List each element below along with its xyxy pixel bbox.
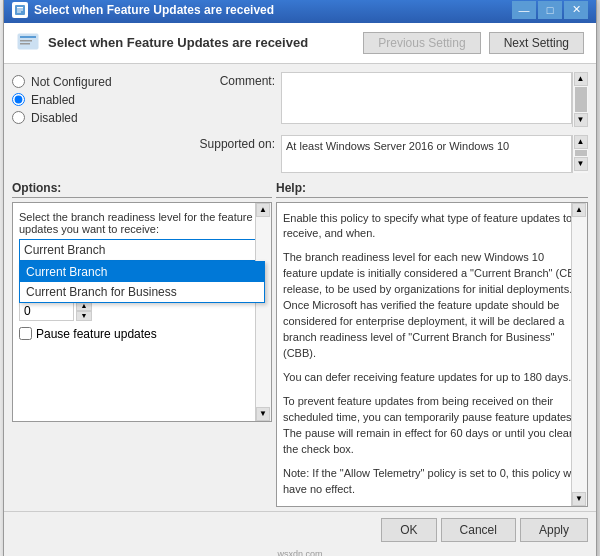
help-para-5: Note: If the "Allow Telemetry" policy is… — [283, 466, 581, 498]
defer-days-input[interactable] — [19, 301, 74, 321]
options-column: Options: Select the branch readiness lev… — [12, 181, 272, 507]
supported-scrollbar[interactable]: ▲ ▼ — [572, 135, 588, 173]
minimize-button[interactable]: — — [512, 1, 536, 19]
dropdown-item-cbb[interactable]: Current Branch for Business — [20, 282, 264, 302]
right-panel: Comment: ▲ ▼ Supported on: At least Wind… — [197, 72, 588, 173]
supported-row: Supported on: At least Windows Server 20… — [197, 135, 588, 173]
help-scroll-up[interactable]: ▲ — [572, 203, 586, 217]
main-window: Select when Feature Updates are received… — [3, 0, 597, 556]
comment-textarea[interactable] — [281, 72, 572, 124]
radio-panel: Not Configured Enabled Disabled — [12, 72, 197, 173]
cancel-button[interactable]: Cancel — [441, 518, 516, 542]
dialog-icon — [16, 31, 40, 55]
comment-label: Comment: — [197, 72, 275, 88]
bottom-bar: OK Cancel Apply — [4, 511, 596, 548]
help-para-4: To prevent feature updates from being re… — [283, 394, 581, 458]
radio-not-configured[interactable]: Not Configured — [12, 74, 197, 90]
help-para-2: The branch readiness level for each new … — [283, 250, 581, 362]
help-label: Help: — [276, 181, 588, 198]
branch-description: Select the branch readiness level for th… — [19, 211, 265, 235]
supported-content: At least Windows Server 2016 or Windows … — [281, 135, 588, 173]
help-scrollbar[interactable]: ▲ ▼ — [571, 203, 587, 506]
radio-disabled[interactable]: Disabled — [12, 110, 197, 126]
help-inner: Enable this policy to specify what type … — [276, 202, 588, 507]
maximize-button[interactable]: □ — [538, 1, 562, 19]
help-para-1: Enable this policy to specify what type … — [283, 211, 581, 243]
help-column: Help: Enable this policy to specify what… — [276, 181, 588, 507]
svg-rect-5 — [20, 36, 36, 38]
options-scrollbar[interactable]: ▲ ▼ — [255, 203, 271, 421]
comment-row: Comment: ▲ ▼ — [197, 72, 588, 127]
options-scroll-down[interactable]: ▼ — [256, 407, 270, 421]
window-title: Select when Feature Updates are received — [34, 3, 506, 17]
dropdown-container: Current Branch Current Branch for Busine… — [19, 239, 265, 261]
window-icon — [12, 2, 28, 18]
next-setting-button[interactable]: Next Setting — [489, 32, 584, 54]
top-content: Not Configured Enabled Disabled Comment: — [4, 64, 596, 181]
supported-label: Supported on: — [197, 135, 275, 151]
help-text: Enable this policy to specify what type … — [283, 211, 581, 498]
options-inner: Select the branch readiness level for th… — [12, 202, 272, 422]
radio-not-configured-input[interactable] — [12, 75, 25, 88]
radio-enabled-label: Enabled — [31, 93, 75, 107]
svg-rect-1 — [17, 7, 23, 9]
title-bar: Select when Feature Updates are received… — [4, 0, 596, 23]
window-controls: — □ ✕ — [512, 1, 588, 19]
options-scroll-track — [256, 217, 271, 407]
defer-days-input-row: ▲ ▼ — [19, 301, 265, 321]
svg-rect-6 — [20, 40, 32, 42]
svg-rect-2 — [17, 9, 23, 10]
scroll-down-arrow[interactable]: ▼ — [574, 113, 588, 127]
scroll-up-arrow2[interactable]: ▲ — [574, 135, 588, 149]
svg-rect-3 — [17, 11, 21, 12]
branch-dropdown[interactable]: Current Branch Current Branch for Busine… — [19, 239, 265, 261]
help-scroll-down[interactable]: ▼ — [572, 492, 586, 506]
radio-enabled-input[interactable] — [12, 93, 25, 106]
scroll-thumb — [575, 87, 587, 112]
close-button[interactable]: ✕ — [564, 1, 588, 19]
spinner-control: ▲ ▼ — [76, 301, 92, 321]
scroll-up-arrow[interactable]: ▲ — [574, 72, 588, 86]
dialog-header: Select when Feature Updates are received… — [4, 23, 596, 64]
pause-checkbox-row[interactable]: Pause feature updates — [19, 327, 265, 341]
radio-group: Not Configured Enabled Disabled — [12, 72, 197, 128]
spin-down-button[interactable]: ▼ — [76, 311, 92, 321]
scroll-thumb2 — [575, 150, 587, 156]
supported-text: At least Windows Server 2016 or Windows … — [281, 135, 572, 173]
radio-not-configured-label: Not Configured — [31, 75, 112, 89]
help-para-3: You can defer receiving feature updates … — [283, 370, 581, 386]
pause-label: Pause feature updates — [36, 327, 157, 341]
dialog-title: Select when Feature Updates are received — [48, 35, 308, 50]
options-scroll-up[interactable]: ▲ — [256, 203, 270, 217]
radio-enabled[interactable]: Enabled — [12, 92, 197, 108]
radio-disabled-label: Disabled — [31, 111, 78, 125]
radio-disabled-input[interactable] — [12, 111, 25, 124]
dropdown-item-cb[interactable]: Current Branch — [20, 262, 264, 282]
scroll-down-arrow2[interactable]: ▼ — [574, 157, 588, 171]
apply-button[interactable]: Apply — [520, 518, 588, 542]
options-label: Options: — [12, 181, 272, 198]
watermark: wsxdn.com — [4, 548, 596, 557]
main-two-col: Options: Select the branch readiness lev… — [4, 181, 596, 511]
svg-rect-7 — [20, 43, 30, 45]
ok-button[interactable]: OK — [381, 518, 436, 542]
pause-checkbox[interactable] — [19, 327, 32, 340]
help-scroll-track — [572, 217, 587, 492]
prev-setting-button[interactable]: Previous Setting — [363, 32, 480, 54]
comment-scrollbar[interactable]: ▲ ▼ — [572, 72, 588, 127]
comment-content: ▲ ▼ — [281, 72, 588, 127]
dropdown-popup[interactable]: Current Branch Current Branch for Busine… — [19, 261, 265, 303]
